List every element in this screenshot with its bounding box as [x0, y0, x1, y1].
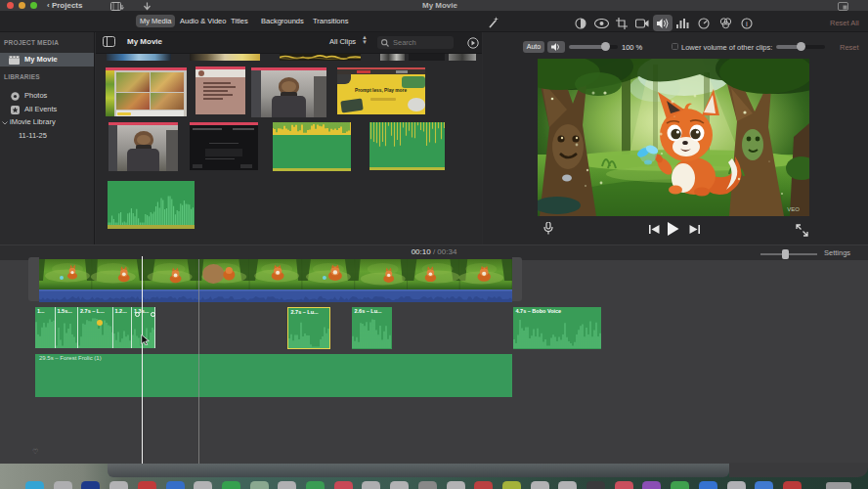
svg-text:i: i	[746, 20, 748, 28]
svg-text:VEO: VEO	[787, 206, 800, 212]
